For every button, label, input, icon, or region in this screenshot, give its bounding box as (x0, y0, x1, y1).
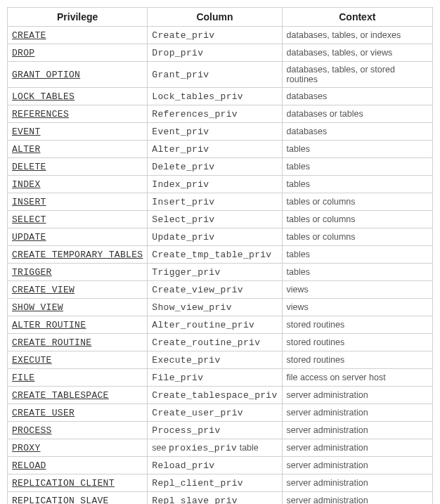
column-cell: Repl_slave_priv (148, 492, 282, 505)
privilege-cell: RELOAD (8, 457, 148, 474)
privilege-link[interactable]: PROXY (12, 443, 41, 453)
privilege-link[interactable]: SHOW VIEW (12, 302, 63, 313)
table-row: REPLICATION SLAVERepl_slave_privserver a… (8, 492, 433, 505)
privilege-link[interactable]: SELECT (12, 214, 46, 225)
context-cell: databases or tables (282, 105, 432, 123)
table-row: INSERTInsert_privtables or columns (8, 193, 433, 211)
table-row: CREATE VIEWCreate_view_privviews (8, 281, 433, 299)
column-cell: Lock_tables_priv (148, 88, 282, 105)
privilege-link[interactable]: PROCESS (12, 425, 52, 436)
privilege-cell: EVENT (8, 123, 148, 141)
column-cell: Update_priv (148, 228, 282, 246)
column-cell: Alter_priv (148, 141, 282, 158)
context-cell: server administration (282, 387, 432, 404)
column-cell: Index_priv (148, 176, 282, 193)
context-cell: databases (282, 88, 432, 105)
privilege-cell: INDEX (8, 176, 148, 193)
table-row: INDEXIndex_privtables (8, 176, 433, 193)
privilege-link[interactable]: REPLICATION SLAVE (12, 496, 109, 504)
context-cell: file access on server host (282, 369, 432, 387)
privilege-link[interactable]: RELOAD (12, 460, 46, 471)
privilege-cell: SHOW VIEW (8, 299, 148, 316)
column-cell: Execute_priv (148, 351, 282, 369)
privilege-cell: ALTER (8, 141, 148, 158)
column-cell: Create_user_priv (148, 404, 282, 422)
column-cell: Create_priv (148, 27, 282, 44)
table-row: EXECUTEExecute_privstored routines (8, 351, 433, 369)
privilege-cell: CREATE TEMPORARY TABLES (8, 246, 148, 264)
privilege-link[interactable]: ALTER ROUTINE (12, 320, 86, 330)
privilege-link[interactable]: LOCK TABLES (12, 91, 75, 102)
context-cell: databases, tables, or indexes (282, 27, 432, 44)
privilege-cell: SELECT (8, 211, 148, 228)
table-row: CREATE ROUTINECreate_routine_privstored … (8, 334, 433, 351)
column-cell: Delete_priv (148, 158, 282, 176)
context-cell: tables (282, 141, 432, 158)
table-row: DELETEDelete_privtables (8, 158, 433, 176)
header-column: Column (148, 8, 282, 27)
privilege-cell: REPLICATION SLAVE (8, 492, 148, 505)
privilege-link[interactable]: GRANT OPTION (12, 70, 80, 80)
privilege-link[interactable]: EVENT (12, 127, 41, 137)
privilege-link[interactable]: CREATE USER (12, 408, 75, 418)
table-row: PROCESSProcess_privserver administration (8, 422, 433, 439)
privilege-cell: FILE (8, 369, 148, 387)
privilege-link[interactable]: UPDATE (12, 232, 46, 243)
context-cell: tables (282, 246, 432, 264)
column-cell: File_priv (148, 369, 282, 387)
privilege-link[interactable]: DELETE (12, 162, 46, 172)
table-row: PROXYsee proxies_priv tableserver admini… (8, 439, 433, 457)
privilege-cell: REPLICATION CLIENT (8, 474, 148, 492)
column-cell: Create_view_priv (148, 281, 282, 299)
privilege-cell: PROXY (8, 439, 148, 457)
privilege-link[interactable]: TRIGGER (12, 267, 52, 278)
privilege-cell: CREATE VIEW (8, 281, 148, 299)
table-row: UPDATEUpdate_privtables or columns (8, 228, 433, 246)
privilege-link[interactable]: REFERENCES (12, 109, 69, 119)
privilege-cell: INSERT (8, 193, 148, 211)
context-cell: stored routines (282, 351, 432, 369)
context-cell: stored routines (282, 316, 432, 334)
privilege-cell: CREATE TABLESPACE (8, 387, 148, 404)
privilege-link[interactable]: CREATE TABLESPACE (12, 390, 109, 401)
context-cell: views (282, 281, 432, 299)
context-cell: databases, tables, or views (282, 44, 432, 62)
privilege-cell: TRIGGER (8, 264, 148, 281)
column-cell: Process_priv (148, 422, 282, 439)
privilege-link[interactable]: FILE (12, 373, 34, 383)
column-cell: References_priv (148, 105, 282, 123)
privilege-link[interactable]: REPLICATION CLIENT (12, 478, 115, 489)
column-cell: Reload_priv (148, 457, 282, 474)
table-row: SELECTSelect_privtables or columns (8, 211, 433, 228)
privilege-cell: EXECUTE (8, 351, 148, 369)
table-row: REFERENCESReferences_privdatabases or ta… (8, 105, 433, 123)
context-cell: tables or columns (282, 193, 432, 211)
column-cell: Repl_client_priv (148, 474, 282, 492)
privilege-cell: DROP (8, 44, 148, 62)
table-row: CREATE TEMPORARY TABLESCreate_tmp_table_… (8, 246, 433, 264)
context-cell: server administration (282, 474, 432, 492)
privilege-cell: REFERENCES (8, 105, 148, 123)
privilege-link[interactable]: INDEX (12, 179, 41, 190)
column-cell: see proxies_priv table (148, 439, 282, 457)
privilege-link[interactable]: CREATE TEMPORARY TABLES (12, 250, 143, 260)
privilege-link[interactable]: CREATE VIEW (12, 285, 75, 295)
context-cell: tables (282, 158, 432, 176)
header-context: Context (282, 8, 432, 27)
context-cell: databases (282, 123, 432, 141)
header-privilege: Privilege (8, 8, 148, 27)
privilege-link[interactable]: CREATE (12, 30, 46, 41)
privilege-link[interactable]: DROP (12, 48, 34, 58)
table-row: CREATE TABLESPACECreate_tablespace_privs… (8, 387, 433, 404)
privilege-link[interactable]: CREATE ROUTINE (12, 337, 91, 348)
privilege-link[interactable]: ALTER (12, 144, 41, 155)
privilege-link[interactable]: EXECUTE (12, 355, 52, 366)
table-row: LOCK TABLESLock_tables_privdatabases (8, 88, 433, 105)
column-cell: Trigger_priv (148, 264, 282, 281)
context-cell: tables or columns (282, 228, 432, 246)
column-cell: Show_view_priv (148, 299, 282, 316)
privilege-cell: ALTER ROUTINE (8, 316, 148, 334)
table-header-row: Privilege Column Context (8, 8, 433, 27)
privilege-link[interactable]: INSERT (12, 197, 46, 207)
column-cell: Select_priv (148, 211, 282, 228)
